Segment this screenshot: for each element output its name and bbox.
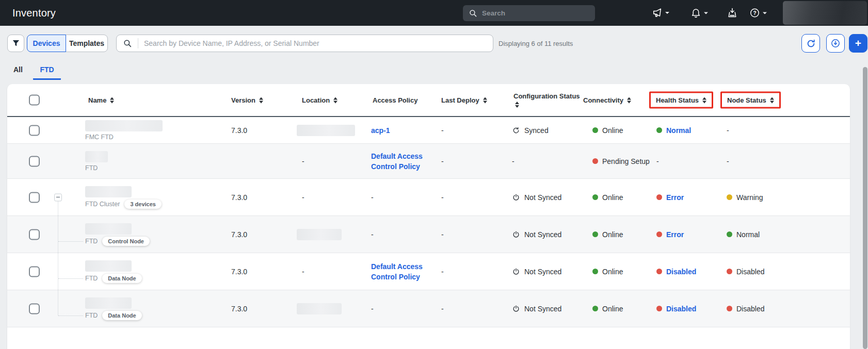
version-cell: 7.3.0 — [231, 126, 247, 135]
column-header-last-deploy[interactable]: Last Deploy — [441, 96, 487, 104]
health-status-cell: Error — [656, 230, 684, 239]
row-checkbox[interactable] — [29, 266, 40, 277]
location-cell: - — [302, 193, 304, 202]
access-policy-link[interactable]: acp-1 — [371, 125, 432, 135]
bell-icon — [690, 8, 701, 19]
device-name-cell: FTDControl Node — [85, 223, 150, 246]
health-status-link[interactable]: Error — [666, 230, 684, 239]
tab-all[interactable]: All — [13, 65, 23, 74]
svg-text:?: ? — [753, 10, 756, 16]
inventory-table: Name Version Location Access Policy Last… — [7, 84, 850, 349]
device-row[interactable]: FTD-Default Access Control Policy--Pendi… — [7, 144, 850, 179]
megaphone-icon — [651, 7, 663, 19]
config-status-cell: Not Synced — [512, 230, 561, 239]
device-row[interactable]: FTD Cluster3 devices7.3.0---Not SyncedOn… — [7, 179, 850, 216]
health-status-link[interactable]: Disabled — [666, 305, 696, 313]
green-status-dot — [727, 231, 732, 237]
connectivity-cell: Online — [592, 268, 623, 276]
refresh-button[interactable] — [801, 34, 820, 53]
global-search[interactable] — [463, 5, 595, 21]
column-header-node-status[interactable]: Node Status — [727, 96, 774, 104]
connectivity-label: Online — [602, 230, 623, 239]
minus-icon — [56, 197, 60, 198]
access-policy-link[interactable]: Default Access Control Policy — [371, 261, 432, 282]
red-status-dot — [656, 269, 662, 274]
device-type-label: FTD Cluster — [85, 201, 120, 208]
column-header-connectivity[interactable]: Connectivity — [583, 96, 631, 104]
last-deploy-cell: - — [441, 305, 444, 313]
column-header-name[interactable]: Name — [88, 96, 114, 104]
vertical-scrollbar[interactable] — [863, 67, 867, 349]
config-status-cell: - — [512, 157, 515, 165]
config-status-cell: Not Synced — [512, 268, 561, 276]
row-checkbox[interactable] — [29, 192, 40, 203]
column-header-configuration-status[interactable]: Configuration Status — [513, 92, 580, 108]
device-name-redacted — [85, 151, 108, 162]
add-device-button[interactable]: + — [849, 34, 867, 53]
templates-toggle[interactable]: Templates — [66, 35, 108, 52]
global-search-input[interactable] — [482, 9, 589, 17]
check-for-changes-button[interactable] — [826, 34, 845, 53]
help-menu-button[interactable]: ? — [749, 8, 767, 19]
config-status-cell: Not Synced — [512, 193, 561, 202]
last-deploy-cell: - — [441, 157, 444, 165]
column-header-health-status[interactable]: Health Status — [656, 96, 706, 104]
device-subtitle: FTDData Node — [85, 311, 142, 320]
red-status-dot — [727, 269, 732, 274]
user-account-redacted[interactable] — [783, 1, 867, 25]
chevron-down-icon — [763, 12, 767, 14]
device-type-tabs: All FTD — [0, 61, 868, 84]
devices-toggle[interactable]: Devices — [27, 35, 66, 52]
health-status-link[interactable]: Disabled — [666, 268, 696, 276]
device-name-cell: FMC FTD — [85, 120, 163, 141]
select-all-checkbox[interactable] — [29, 95, 40, 106]
node-status-label: Disabled — [736, 305, 764, 313]
device-name-redacted — [85, 297, 132, 309]
health-status-link[interactable]: Normal — [666, 126, 691, 135]
health-status-cell: Disabled — [656, 305, 696, 313]
device-search-input[interactable] — [144, 39, 487, 47]
device-row[interactable]: FTDData Node7.3.0-Default Access Control… — [7, 253, 850, 290]
red-status-dot — [656, 306, 662, 311]
filter-button[interactable] — [7, 35, 24, 52]
column-header-location[interactable]: Location — [302, 96, 337, 104]
access-policy-link[interactable]: Default Access Control Policy — [371, 151, 432, 172]
health-status-cell: Disabled — [656, 268, 696, 276]
row-checkbox[interactable] — [29, 156, 40, 167]
connectivity-label: Online — [602, 193, 623, 202]
deploy-button[interactable] — [727, 7, 738, 19]
last-deploy-cell: - — [441, 268, 444, 276]
node-status-cell: Disabled — [727, 305, 764, 313]
device-search[interactable] — [116, 35, 493, 52]
tab-ftd[interactable]: FTD — [33, 65, 61, 80]
config-status-label: Not Synced — [524, 268, 561, 276]
column-header-version[interactable]: Version — [231, 96, 263, 104]
row-checkbox[interactable] — [29, 125, 40, 136]
location-redacted — [297, 229, 342, 240]
device-row[interactable]: FTDData Node7.3.0--Not SyncedOnlineDisab… — [7, 290, 850, 327]
access-policy-cell: - — [371, 230, 374, 239]
health-status-link[interactable]: Error — [666, 193, 684, 202]
download-circle-icon — [830, 38, 841, 48]
row-checkbox[interactable] — [29, 303, 40, 314]
cluster-collapse-toggle[interactable] — [54, 193, 62, 201]
plus-icon: + — [855, 38, 861, 48]
sort-icon — [702, 97, 706, 103]
device-row[interactable]: FTDControl Node7.3.0--Not SyncedOnlineEr… — [7, 216, 850, 253]
device-subtitle: FTD Cluster3 devices — [85, 200, 162, 209]
device-row[interactable]: FMC FTD7.3.0acp-1-SyncedOnlineNormal- — [7, 117, 850, 144]
version-cell: 7.3.0 — [231, 230, 247, 239]
green-status-dot — [592, 194, 598, 200]
device-name-redacted — [85, 186, 132, 197]
filter-funnel-icon — [12, 39, 20, 47]
not-synced-icon — [512, 268, 520, 276]
announcements-menu-button[interactable] — [651, 7, 669, 19]
config-status-label: Not Synced — [524, 305, 561, 313]
notifications-menu-button[interactable] — [690, 8, 708, 19]
device-subtitle: FMC FTD — [85, 134, 114, 141]
node-status-label: Normal — [736, 230, 760, 239]
cluster-tree-branch — [58, 241, 83, 242]
top-navigation-bar: Inventory ? — [0, 0, 868, 26]
last-deploy-cell: - — [441, 193, 444, 202]
row-checkbox[interactable] — [29, 229, 40, 240]
